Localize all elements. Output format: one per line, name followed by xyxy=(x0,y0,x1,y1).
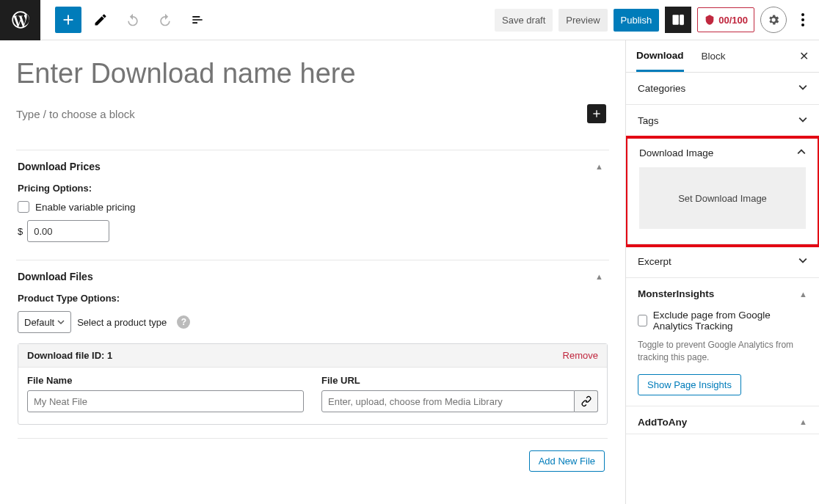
sidebar-tabs: Download Block ✕ xyxy=(626,40,819,73)
file-name-input[interactable] xyxy=(27,390,304,412)
inline-add-block-button[interactable] xyxy=(587,104,606,123)
download-image-highlight: Download Image Set Download Image xyxy=(625,136,819,247)
plus-icon xyxy=(591,108,603,120)
svg-rect-0 xyxy=(673,15,679,24)
edit-mode-button[interactable] xyxy=(87,7,114,33)
file-id-label: Download file ID: 1 xyxy=(27,350,112,361)
block-picker-row: Type / to choose a block xyxy=(16,104,609,123)
block-picker-placeholder[interactable]: Type / to choose a block xyxy=(16,108,135,120)
toolbar-right: Save draft Preview Publish 00/100 xyxy=(495,7,819,33)
download-image-panel: Download Image Set Download Image xyxy=(627,139,818,244)
panel-icon xyxy=(671,12,685,27)
panel-collapse-caret[interactable]: ▲ xyxy=(799,290,807,299)
chevron-up-icon[interactable] xyxy=(797,147,806,158)
download-prices-panel: Download Prices ▲ Pricing Options: Enabl… xyxy=(16,150,609,260)
kebab-icon xyxy=(801,13,804,26)
save-draft-button[interactable]: Save draft xyxy=(495,9,553,32)
seo-icon xyxy=(704,14,716,26)
options-gear-button[interactable] xyxy=(760,7,787,33)
file-name-label: File Name xyxy=(27,375,304,386)
download-prices-title: Download Prices xyxy=(18,161,101,172)
add-block-button[interactable] xyxy=(55,7,81,33)
chevron-down-icon xyxy=(798,115,807,126)
enable-variable-pricing-row[interactable]: Enable variable pricing xyxy=(18,201,608,213)
help-icon[interactable]: ? xyxy=(177,315,190,329)
categories-label: Categories xyxy=(638,83,685,94)
price-row: $ xyxy=(18,220,608,242)
more-menu-button[interactable] xyxy=(793,13,813,26)
monsterinsights-panel: MonsterInsights ▲ Exclude page from Goog… xyxy=(626,278,819,406)
wordpress-icon xyxy=(10,10,31,30)
document-outline-button[interactable] xyxy=(184,7,211,33)
enable-variable-checkbox[interactable] xyxy=(18,201,29,213)
seo-score-badge[interactable]: 00/100 xyxy=(697,7,754,32)
redo-icon xyxy=(158,12,172,27)
svg-point-4 xyxy=(801,23,804,26)
svg-point-2 xyxy=(801,13,804,16)
wp-logo[interactable] xyxy=(0,0,40,40)
sidebar-row-tags[interactable]: Tags xyxy=(626,105,819,137)
download-files-panel: Download Files ▲ Product Type Options: D… xyxy=(16,260,609,489)
show-page-insights-button[interactable]: Show Page Insights xyxy=(638,374,741,395)
pricing-options-label: Pricing Options: xyxy=(18,183,608,194)
mi-help-text: Toggle to prevent Google Analytics from … xyxy=(638,339,807,364)
mi-exclude-checkbox[interactable] xyxy=(638,315,647,326)
settings-sidebar: Download Block ✕ Categories Tags Downloa… xyxy=(625,40,819,504)
set-download-image-button[interactable]: Set Download Image xyxy=(639,167,806,229)
svg-rect-1 xyxy=(680,15,684,24)
product-type-help-text: Select a product type xyxy=(77,317,167,328)
addtoany-title: AddToAny xyxy=(638,417,687,428)
settings-panel-toggle[interactable] xyxy=(665,7,691,33)
seo-score-text: 00/100 xyxy=(718,15,748,26)
product-type-select[interactable]: Default xyxy=(18,311,71,333)
sidebar-row-categories[interactable]: Categories xyxy=(626,73,819,105)
currency-symbol: $ xyxy=(18,226,23,237)
file-url-label: File URL xyxy=(321,375,598,386)
redo-button[interactable] xyxy=(152,7,178,33)
product-type-label: Product Type Options: xyxy=(18,293,608,304)
chevron-down-icon xyxy=(798,83,807,94)
download-files-title: Download Files xyxy=(18,271,93,282)
publish-button[interactable]: Publish xyxy=(614,9,660,32)
mi-exclude-label: Exclude page from Google Analytics Track… xyxy=(653,310,807,332)
enable-variable-label: Enable variable pricing xyxy=(35,202,136,213)
media-library-button[interactable] xyxy=(575,390,598,412)
svg-point-3 xyxy=(801,18,804,21)
product-type-value: Default xyxy=(24,317,54,328)
editor-area: Enter Download name here Type / to choos… xyxy=(0,40,625,504)
undo-button[interactable] xyxy=(120,7,146,33)
excerpt-label: Excerpt xyxy=(638,256,671,267)
remove-file-link[interactable]: Remove xyxy=(563,350,598,361)
sidebar-row-excerpt[interactable]: Excerpt xyxy=(626,246,819,278)
addtoany-panel: AddToAny ▲ xyxy=(626,406,819,434)
add-new-file-button[interactable]: Add New File xyxy=(529,450,605,472)
editor-top-bar: Save draft Preview Publish 00/100 xyxy=(0,0,819,40)
tab-block[interactable]: Block xyxy=(702,42,726,70)
plus-icon xyxy=(60,12,76,28)
tab-download[interactable]: Download xyxy=(636,41,684,72)
panel-collapse-caret[interactable]: ▲ xyxy=(799,417,807,426)
panel-collapse-caret[interactable]: ▲ xyxy=(595,272,603,281)
link-icon xyxy=(580,395,592,407)
pencil-icon xyxy=(93,12,108,27)
undo-icon xyxy=(125,12,140,27)
list-icon xyxy=(190,12,205,27)
preview-button[interactable]: Preview xyxy=(558,9,607,32)
price-input[interactable] xyxy=(27,220,109,242)
mi-exclude-row[interactable]: Exclude page from Google Analytics Track… xyxy=(638,310,807,332)
file-url-input[interactable] xyxy=(321,390,575,412)
download-file-box: Download file ID: 1 Remove File Name Fil… xyxy=(18,343,608,425)
chevron-down-icon xyxy=(57,318,65,326)
close-sidebar-button[interactable]: ✕ xyxy=(799,49,809,63)
file-name-col: File Name xyxy=(27,375,304,412)
file-url-col: File URL xyxy=(321,375,598,412)
gear-icon xyxy=(767,13,780,26)
tags-label: Tags xyxy=(638,115,659,126)
toolbar-left xyxy=(40,7,211,33)
chevron-down-icon xyxy=(798,256,807,267)
workspace: Enter Download name here Type / to choos… xyxy=(0,40,819,504)
panel-collapse-caret[interactable]: ▲ xyxy=(595,162,603,171)
monsterinsights-title: MonsterInsights xyxy=(638,288,714,299)
post-title-input[interactable]: Enter Download name here xyxy=(16,58,609,90)
download-image-title: Download Image xyxy=(639,147,713,158)
